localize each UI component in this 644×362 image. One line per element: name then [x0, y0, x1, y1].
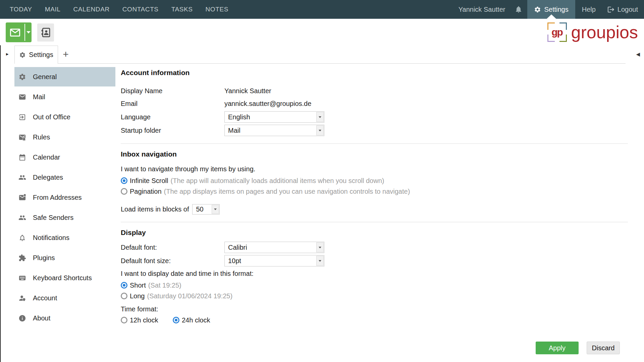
tab-bar: ▸ Settings + ◀ [0, 45, 644, 64]
pagination-label[interactable]: Pagination [130, 188, 162, 195]
load-blocks-select[interactable]: 50 [192, 204, 220, 215]
sidebar-item-calendar[interactable]: Calendar [14, 147, 115, 167]
people-icon [18, 214, 26, 222]
add-tab-button[interactable]: + [59, 48, 72, 61]
load-blocks-select-caret[interactable] [212, 205, 219, 214]
time-format-label: Time format: [121, 305, 628, 313]
nav-item-logout[interactable]: Logout [602, 0, 644, 19]
nav-item-notes[interactable]: NOTES [199, 0, 235, 19]
brand-logo: gp groupios [547, 20, 638, 44]
sidebar-item-about[interactable]: About [14, 308, 115, 328]
time-format-options: 12h clock 24h clock [121, 315, 628, 325]
pagination-radio[interactable] [121, 188, 127, 195]
new-mail-button[interactable] [6, 22, 24, 42]
calendar-icon [18, 154, 26, 161]
sidebar-item-label: Safe Senders [33, 214, 73, 222]
sidebar-item-label: From Addresses [33, 194, 82, 201]
email-value: yannick.sautter@groupios.de [224, 100, 311, 108]
short-format-option: Short (Sat 19:25) [121, 281, 628, 290]
sidebar-item-keyboard-shortcuts[interactable]: Keyboard Shortcuts [14, 268, 115, 288]
email-row: Email yannick.sautter@groupios.de [121, 99, 628, 109]
sidebar-item-label: About [33, 314, 50, 322]
sidebar-item-out-of-office[interactable]: Out of Office [14, 107, 115, 127]
nav-logout-label: Logout [618, 6, 638, 13]
sidebar-item-plugins[interactable]: Plugins [14, 248, 115, 267]
section-title-display: Display [121, 228, 628, 237]
tab-settings[interactable]: Settings [14, 46, 58, 64]
notifications-bell-icon[interactable] [510, 0, 527, 19]
startup-folder-select[interactable]: Mail [224, 125, 324, 136]
sidebar-item-from-addresses[interactable]: From Addresses [14, 188, 115, 207]
gear-icon [18, 73, 26, 81]
default-font-select-caret[interactable] [316, 242, 324, 252]
caret-down-icon [319, 260, 321, 262]
short-format-radio[interactable] [121, 282, 127, 289]
default-font-select[interactable]: Calibri [224, 242, 324, 253]
nav-item-tasks[interactable]: TASKS [165, 0, 199, 19]
datetime-format-intro: I want to display date and time in this … [121, 269, 628, 278]
startup-folder-row: Startup folder Mail [121, 125, 628, 136]
logo-corner-orange [547, 22, 555, 30]
default-font-value: Calibri [225, 244, 316, 251]
discard-button[interactable]: Discard [587, 342, 620, 354]
infinite-scroll-label[interactable]: Infinite Scroll [130, 177, 168, 185]
sidebar-item-label: Delegates [33, 174, 63, 181]
sidebar-item-label: Account [33, 294, 57, 302]
12h-clock-option: 12h clock [121, 316, 173, 324]
load-blocks-value: 50 [193, 205, 211, 213]
infinite-scroll-radio[interactable] [121, 177, 127, 184]
sidebar-item-general[interactable]: General [14, 67, 115, 86]
sidebar-item-safe-senders[interactable]: Safe Senders [14, 208, 115, 227]
user-name: Yannick Sautter [454, 0, 510, 19]
display-name-value: Yannick Sautter [224, 87, 271, 95]
24h-clock-radio[interactable] [173, 317, 179, 323]
sidebar-item-mail[interactable]: Mail [14, 87, 115, 107]
new-mail-split-button[interactable] [6, 22, 32, 42]
pagination-option: Pagination (The app displays items on pa… [121, 187, 628, 196]
sidebar-item-delegates[interactable]: Delegates [14, 168, 115, 187]
long-format-radio[interactable] [121, 293, 127, 299]
sidebar-item-label: Rules [33, 133, 50, 141]
startup-folder-value: Mail [225, 127, 316, 134]
long-format-label[interactable]: Long [130, 292, 145, 300]
nav-item-settings[interactable]: Settings [527, 0, 575, 19]
collapse-panel-icon[interactable]: ◀ [636, 51, 640, 57]
infinite-scroll-option: Infinite Scroll (The app will automatica… [121, 176, 628, 185]
default-font-size-row: Default font size: 10pt [121, 255, 628, 266]
language-row: Language English [121, 111, 628, 123]
address-book-button[interactable] [37, 23, 54, 42]
short-format-label[interactable]: Short [130, 282, 146, 289]
tab-scroll-left-icon[interactable]: ▸ [6, 51, 9, 57]
24h-clock-option: 24h clock [173, 316, 210, 324]
startup-folder-select-caret[interactable] [316, 125, 324, 135]
language-select[interactable]: English [224, 111, 324, 123]
nav-item-calendar[interactable]: CALENDAR [67, 0, 116, 19]
new-item-dropdown-button[interactable] [25, 22, 32, 42]
language-value: English [225, 113, 316, 121]
nav-item-mail[interactable]: MAIL [39, 0, 67, 19]
load-blocks-row: Load items in blocks of 50 [121, 204, 628, 215]
display-name-label: Display Name [121, 87, 224, 95]
nav-item-contacts[interactable]: CONTACTS [116, 0, 165, 19]
sidebar-item-account[interactable]: Account [14, 288, 115, 308]
apply-button[interactable]: Apply [536, 342, 579, 354]
person-shield-icon [18, 294, 26, 302]
language-select-caret[interactable] [316, 112, 324, 122]
logo-corner-teal [559, 22, 567, 30]
sidebar-item-notifications[interactable]: Notifications [14, 228, 115, 247]
info-icon [18, 314, 26, 322]
caret-down-icon [319, 116, 321, 118]
logout-icon [607, 6, 615, 13]
nav-item-today[interactable]: TODAY [3, 0, 39, 19]
default-font-row: Default font: Calibri [121, 242, 628, 253]
default-font-size-label: Default font size: [121, 257, 224, 265]
default-font-size-select-caret[interactable] [316, 256, 324, 266]
caret-down-icon [214, 208, 217, 210]
24h-clock-label[interactable]: 24h clock [182, 316, 210, 324]
12h-clock-radio[interactable] [121, 317, 127, 323]
12h-clock-label[interactable]: 12h clock [130, 316, 158, 324]
sidebar-item-rules[interactable]: Rules [14, 127, 115, 147]
default-font-size-select[interactable]: 10pt [224, 255, 324, 266]
load-blocks-label: Load items in blocks of [121, 205, 189, 213]
nav-item-help[interactable]: Help [575, 0, 602, 19]
